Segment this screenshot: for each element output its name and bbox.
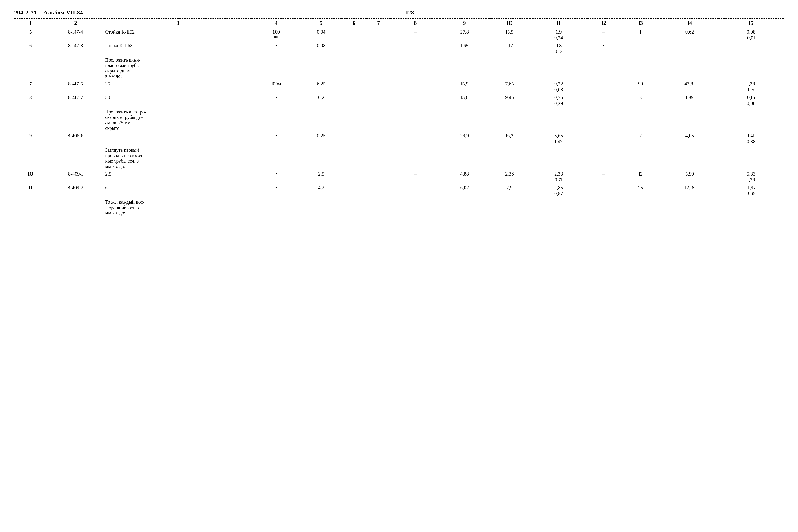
row-col10: 7,65 <box>489 80 530 94</box>
row-col14: 0,62 <box>661 28 719 42</box>
note-text: Проложить алектро-сварные трубы ди-ам. д… <box>104 107 784 132</box>
row-desc: 25 <box>104 80 252 94</box>
row-col4: I00м <box>252 80 301 94</box>
row-col12: – <box>587 28 620 42</box>
row-col7 <box>366 132 391 146</box>
row-col4: 100шт <box>252 28 301 42</box>
row-col7 <box>366 28 391 42</box>
row-col13: 3 <box>620 94 661 107</box>
col-header-13: I3 <box>620 18 661 28</box>
table-row: 7 8-4I7-5 25 I00м 6,25 – I5,9 7,65 0,220… <box>14 80 784 94</box>
row-col5: 0,04 <box>301 28 342 42</box>
row-col14: I2,I8 <box>661 184 719 197</box>
row-col13: I2 <box>620 170 661 184</box>
row-col4: • <box>252 132 301 146</box>
row-col13: 7 <box>620 132 661 146</box>
row-col13: – <box>620 42 661 55</box>
col-header-7: 7 <box>366 18 391 28</box>
col-header-10: IO <box>489 18 530 28</box>
table-row: 5 8-I47-4 Стойка К-II52 100шт 0,04 – 27,… <box>14 28 784 42</box>
column-headers: I 2 3 4 5 6 7 8 9 IO II I2 I3 I4 I5 <box>14 18 784 28</box>
row-col11: 1,90,24 <box>530 28 587 42</box>
row-col4: • <box>252 94 301 107</box>
row-col5: 6,25 <box>301 80 342 94</box>
table-row: 6 8-I47-8 Полка К-II63 • 0,08 – I,65 I,I… <box>14 42 784 55</box>
row-col9: 4,88 <box>440 170 489 184</box>
row-col6 <box>342 42 366 55</box>
row-num: IO <box>14 170 47 184</box>
row-col8: – <box>391 42 440 55</box>
row-col7 <box>366 170 391 184</box>
row-col15: – <box>719 42 784 55</box>
row-col10: 2,9 <box>489 184 530 197</box>
row-col7 <box>366 94 391 107</box>
row-col7 <box>366 184 391 197</box>
row-col15: 0,I50,06 <box>719 94 784 107</box>
row-code: 8-4I7-7 <box>47 94 104 107</box>
row-col8: – <box>391 132 440 146</box>
col-header-3: 3 <box>104 18 252 28</box>
note-spacer <box>14 55 104 80</box>
row-col11: 0,750,29 <box>530 94 587 107</box>
row-col11: 0,30,I2 <box>530 42 587 55</box>
table-row: 8 8-4I7-7 50 • 0,2 – I5,6 9,46 0,750,29 … <box>14 94 784 107</box>
row-col7 <box>366 42 391 55</box>
row-num: 9 <box>14 132 47 146</box>
row-col11: 0,220,08 <box>530 80 587 94</box>
row-col11: 2,330,7I <box>530 170 587 184</box>
row-num: II <box>14 184 47 197</box>
row-col10: I,I7 <box>489 42 530 55</box>
col-header-15: I5 <box>719 18 784 28</box>
row-num: 7 <box>14 80 47 94</box>
note-row: Затянуть первыйпровод в проложен-ные тру… <box>14 146 784 170</box>
row-col5: 0,25 <box>301 132 342 146</box>
row-col15: II,973,65 <box>719 184 784 197</box>
col-header-4: 4 <box>252 18 301 28</box>
row-col15: I,380,5 <box>719 80 784 94</box>
row-col8: – <box>391 170 440 184</box>
row-col15: 0,080,0I <box>719 28 784 42</box>
row-col4: • <box>252 170 301 184</box>
col-header-9: 9 <box>440 18 489 28</box>
row-desc: Стойка К-II52 <box>104 28 252 42</box>
row-desc <box>104 132 252 146</box>
row-desc: Полка К-II63 <box>104 42 252 55</box>
row-col15: I,4I0,38 <box>719 132 784 146</box>
row-col11: 5,65I,47 <box>530 132 587 146</box>
note-spacer <box>14 146 104 170</box>
row-col4: • <box>252 42 301 55</box>
row-col14: 4,05 <box>661 132 719 146</box>
row-col9: I5,6 <box>440 94 489 107</box>
col-header-5: 5 <box>301 18 342 28</box>
row-col5: 2,5 <box>301 170 342 184</box>
col-header-12: I2 <box>587 18 620 28</box>
row-col9: 27,8 <box>440 28 489 42</box>
row-col13: 25 <box>620 184 661 197</box>
row-col6 <box>342 170 366 184</box>
row-code: 8-4I7-5 <box>47 80 104 94</box>
col-header-2: 2 <box>47 18 104 28</box>
row-col10: I5,5 <box>489 28 530 42</box>
row-col6 <box>342 94 366 107</box>
row-col10: 9,46 <box>489 94 530 107</box>
row-col6 <box>342 184 366 197</box>
row-num: 6 <box>14 42 47 55</box>
row-col13: 99 <box>620 80 661 94</box>
row-col10: 2,36 <box>489 170 530 184</box>
row-desc: 2,5 <box>104 170 252 184</box>
row-col6 <box>342 80 366 94</box>
row-num: 8 <box>14 94 47 107</box>
row-col9: 6,02 <box>440 184 489 197</box>
row-code: 8-I47-8 <box>47 42 104 55</box>
note-spacer <box>14 107 104 132</box>
row-col5: 0,2 <box>301 94 342 107</box>
doc-number: 294-2-71 Альбом VII.84 <box>14 10 83 16</box>
col-header-14: I4 <box>661 18 719 28</box>
note-row: Проложить алектро-сварные трубы ди-ам. д… <box>14 107 784 132</box>
row-col12: – <box>587 80 620 94</box>
table-row: II 8-409-2 6 • 4,2 – 6,02 2,9 2,850,87 –… <box>14 184 784 197</box>
col-header-6: 6 <box>342 18 366 28</box>
row-col9: I5,9 <box>440 80 489 94</box>
note-text: Проложить вини-пластовые трубыскрыто диа… <box>104 55 784 80</box>
table-row: IO 8-409-I 2,5 • 2,5 – 4,88 2,36 2,330,7… <box>14 170 784 184</box>
